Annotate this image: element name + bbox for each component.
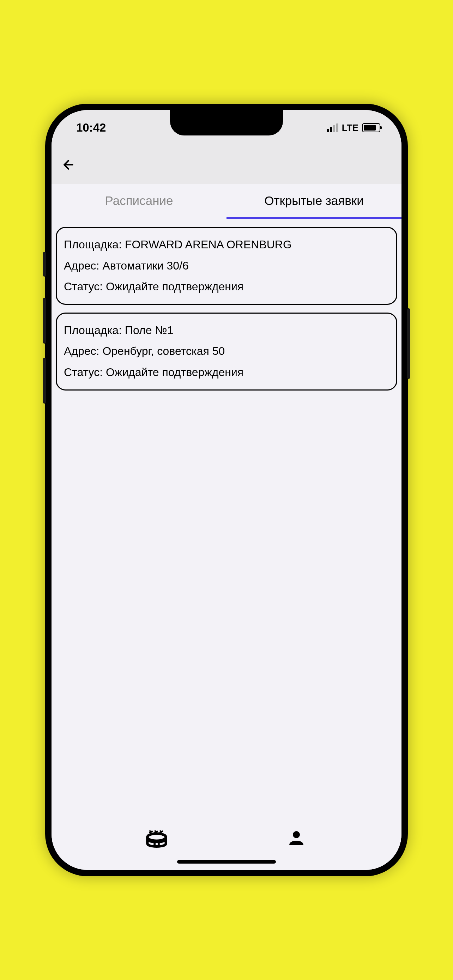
header-bar: [51, 145, 402, 184]
back-button[interactable]: [60, 156, 77, 173]
volume-down-button: [43, 358, 46, 404]
venue-label: Площадка:: [64, 238, 122, 251]
content-area[interactable]: Площадка: FORWARD ARENA ORENBURG Адрес: …: [51, 219, 402, 817]
status-value: Ожидайте подтверждения: [106, 280, 243, 293]
status-label: Статус:: [64, 366, 103, 379]
arrow-left-icon: [61, 158, 75, 172]
notch: [170, 110, 283, 135]
card-status-row: Статус: Ожидайте подтверждения: [64, 362, 389, 383]
card-venue-row: Площадка: FORWARD ARENA ORENBURG: [64, 234, 389, 255]
card-address-row: Адрес: Автоматики 30/6: [64, 255, 389, 277]
svg-point-7: [293, 831, 300, 838]
stadium-icon: [144, 826, 169, 851]
phone-screen: 10:42 LTE: [51, 110, 402, 870]
card-address-row: Адрес: Оренбург, советская 50: [64, 341, 389, 362]
network-type: LTE: [342, 123, 358, 134]
status-label: Статус:: [64, 280, 103, 293]
venue-value: FORWARD ARENA ORENBURG: [125, 238, 292, 251]
home-indicator[interactable]: [177, 860, 276, 864]
volume-up-button: [43, 298, 46, 344]
mute-switch: [43, 252, 46, 277]
battery-icon: [362, 123, 380, 132]
nav-arena-button[interactable]: [143, 824, 171, 852]
status-value: Ожидайте подтверждения: [106, 366, 243, 379]
phone-frame: 10:42 LTE: [45, 104, 408, 876]
tab-open-requests[interactable]: Открытые заявки: [227, 184, 402, 219]
card-status-row: Статус: Ожидайте подтверждения: [64, 276, 389, 298]
address-value: Оренбург, советская 50: [102, 345, 225, 357]
venue-value: Поле №1: [125, 324, 173, 337]
svg-point-4: [148, 834, 166, 841]
signal-icon: [327, 124, 339, 132]
power-button: [407, 308, 410, 379]
status-time: 10:42: [76, 121, 106, 134]
venue-label: Площадка:: [64, 324, 122, 337]
tab-schedule[interactable]: Расписание: [51, 184, 227, 219]
status-right: LTE: [327, 123, 380, 134]
address-label: Адрес:: [64, 345, 100, 357]
address-value: Автоматики 30/6: [102, 259, 188, 272]
request-card[interactable]: Площадка: FORWARD ARENA ORENBURG Адрес: …: [56, 227, 397, 305]
request-card[interactable]: Площадка: Поле №1 Адрес: Оренбург, совет…: [56, 313, 397, 391]
address-label: Адрес:: [64, 259, 100, 272]
nav-profile-button[interactable]: [282, 824, 310, 852]
person-icon: [286, 827, 307, 849]
tabs: Расписание Открытые заявки: [51, 184, 402, 219]
card-venue-row: Площадка: Поле №1: [64, 320, 389, 341]
